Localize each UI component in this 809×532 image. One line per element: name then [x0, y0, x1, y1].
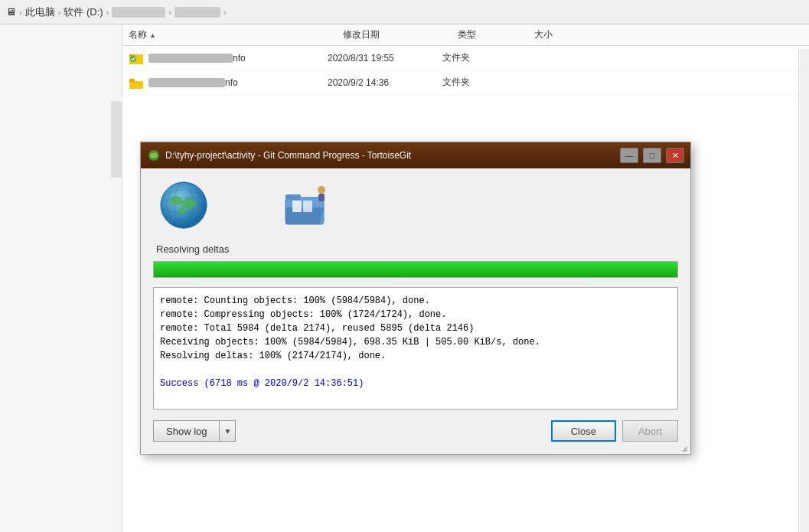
- progress-bar-fill: [154, 262, 677, 277]
- globe-icon: [159, 181, 209, 230]
- svg-point-8: [152, 150, 155, 153]
- show-log-dropdown-button[interactable]: ▼: [219, 420, 236, 442]
- log-line-2: remote: Compressing objects: 100% (1724/…: [160, 308, 671, 321]
- git-progress-dialog: D:\tyhy-project\activity - Git Command P…: [140, 142, 691, 455]
- svg-rect-22: [303, 201, 312, 212]
- modal-overlay: D:\tyhy-project\activity - Git Command P…: [0, 0, 809, 532]
- show-log-button[interactable]: Show log: [153, 420, 219, 442]
- maximize-button[interactable]: □: [643, 148, 661, 163]
- show-log-group: Show log ▼: [153, 420, 236, 442]
- svg-rect-20: [318, 194, 325, 201]
- log-line-3: remote: Total 5984 (delta 2174), reused …: [160, 321, 671, 335]
- log-line-5: Resolving deltas: 100% (2174/2174), done…: [160, 349, 671, 363]
- dialog-title: D:\tyhy-project\activity - Git Command P…: [165, 150, 615, 161]
- dialog-titlebar: D:\tyhy-project\activity - Git Command P…: [141, 142, 690, 168]
- svg-rect-18: [285, 194, 301, 200]
- dialog-body: Resolving deltas remote: Counting object…: [141, 168, 690, 454]
- minimize-button[interactable]: —: [620, 148, 638, 163]
- dropdown-arrow-icon: ▼: [224, 427, 232, 436]
- globe-icon-wrap: [159, 181, 213, 234]
- abort-button[interactable]: Abort: [622, 420, 678, 442]
- svg-point-7: [150, 152, 158, 158]
- action-buttons: Close Abort: [551, 420, 678, 442]
- status-text: Resolving deltas: [153, 243, 678, 255]
- resize-handle[interactable]: ◢: [681, 444, 687, 452]
- log-line-4: Receiving objects: 100% (5984/5984), 698…: [160, 335, 671, 349]
- log-success-line: Success (6718 ms @ 2020/9/2 14:36:51): [160, 377, 671, 390]
- close-dialog-button[interactable]: Close: [551, 420, 616, 442]
- progress-bar: [153, 261, 678, 278]
- svg-point-15: [181, 198, 196, 209]
- icons-area: [153, 181, 678, 234]
- log-line-1: remote: Counting objects: 100% (5984/598…: [160, 294, 671, 308]
- log-area[interactable]: remote: Counting objects: 100% (5984/598…: [153, 287, 678, 410]
- folder-animation-icon-wrap: [282, 181, 335, 234]
- tortoisegit-icon: [147, 149, 161, 162]
- svg-point-16: [178, 208, 187, 214]
- svg-rect-21: [292, 201, 302, 212]
- svg-point-14: [170, 196, 182, 205]
- close-button[interactable]: ✕: [666, 148, 684, 163]
- folder-animation-icon: [282, 181, 335, 234]
- svg-point-19: [318, 186, 325, 194]
- dialog-buttons: Show log ▼ Close Abort: [153, 420, 678, 442]
